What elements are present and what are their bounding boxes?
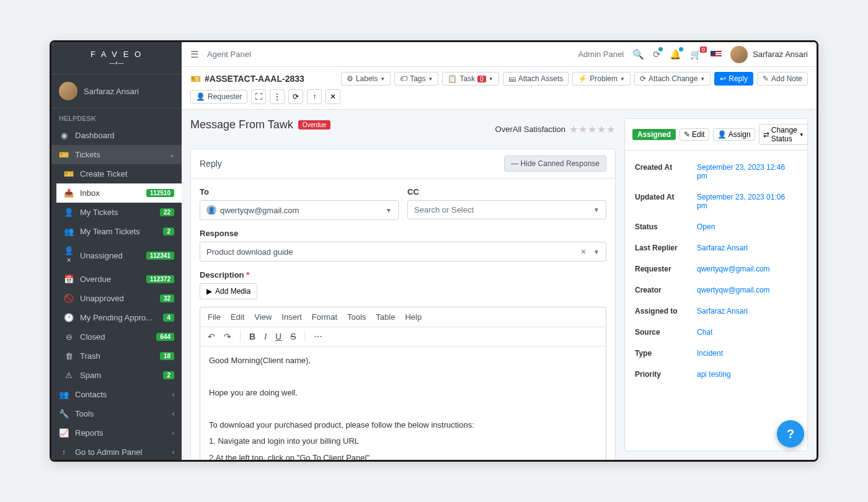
- editor-menu-insert[interactable]: Insert: [281, 312, 302, 322]
- cart-icon[interactable]: 🛒0: [690, 49, 702, 60]
- bold-button[interactable]: B: [249, 332, 255, 341]
- meta-value[interactable]: qwertyqw@gmail.com: [697, 265, 797, 273]
- up-icon[interactable]: ↑: [307, 89, 322, 104]
- clear-icon[interactable]: ×: [581, 247, 586, 257]
- editor-menu-tools[interactable]: Tools: [347, 312, 366, 322]
- meta-value[interactable]: September 23, 2023 01:06 pm: [697, 193, 797, 210]
- sidebar-user-name: Sarfaraz Ansari: [84, 87, 139, 96]
- editor-line: [209, 370, 597, 384]
- tags-button[interactable]: 🏷Tags▼: [394, 72, 438, 86]
- redo-icon[interactable]: ↷: [224, 332, 231, 341]
- sidebar-item-reports[interactable]: 📈Reports‹: [51, 423, 182, 443]
- stars-icon[interactable]: ★★★★★: [569, 123, 616, 135]
- cc-placeholder: Search or Select: [414, 205, 474, 214]
- meta-key: Updated At: [635, 193, 697, 210]
- refresh-icon[interactable]: ⟳: [653, 49, 661, 60]
- count-badge: 2: [163, 371, 174, 379]
- chevron-left-icon: ‹: [172, 449, 174, 456]
- edit-button[interactable]: ✎ Edit: [680, 128, 709, 141]
- meta-value[interactable]: qwertyqw@gmail.com: [697, 286, 797, 294]
- sidebar-item-label: Tickets: [75, 150, 163, 159]
- sidebar-user[interactable]: Sarfaraz Ansari: [51, 74, 182, 108]
- bell-icon[interactable]: 🔔: [670, 49, 681, 60]
- to-field[interactable]: 👤 qwertyqw@gmail.com ▼: [200, 200, 399, 220]
- change-status-button[interactable]: ⇄ Change Status ▼: [759, 124, 808, 145]
- meta-row: TypeIncident: [635, 343, 797, 364]
- more-icon[interactable]: ⋯: [314, 332, 322, 341]
- expand-icon[interactable]: ⛶: [251, 89, 266, 104]
- count-badge: 2: [163, 227, 174, 236]
- agent-panel-link[interactable]: Agent Panel: [207, 50, 251, 59]
- sidebar-item-closed[interactable]: ⊖Closed644: [56, 327, 182, 346]
- sidebar-item-dashboard[interactable]: ◉ Dashboard: [51, 126, 182, 145]
- attach-change-button[interactable]: ⟳Attach Change▼: [634, 72, 711, 86]
- sidebar-item-create-ticket[interactable]: 🎫Create Ticket: [56, 164, 182, 183]
- more-icon[interactable]: ⋮: [270, 89, 285, 104]
- underline-button[interactable]: U: [275, 332, 281, 341]
- meta-value[interactable]: api testing: [697, 370, 797, 379]
- flag-icon[interactable]: [711, 51, 722, 58]
- meta-value[interactable]: Sarfaraz Ansari: [697, 307, 797, 315]
- editor-menu-view[interactable]: View: [254, 312, 272, 322]
- ticket-id: 🎫 #ASSETACT-AAAL-2833: [190, 74, 304, 84]
- sidebar-item-label: My Team Tickets: [80, 227, 157, 236]
- search-icon[interactable]: 🔍: [632, 49, 644, 60]
- labels-button[interactable]: ⚙Labels▼: [341, 72, 391, 86]
- sidebar-item-my-team-tickets[interactable]: 👥My Team Tickets2: [56, 222, 182, 241]
- sidebar-item-inbox[interactable]: 📥Inbox112510: [56, 183, 182, 203]
- meta-row: Creatorqwertyqw@gmail.com: [635, 280, 797, 301]
- sidebar-item-unassigned[interactable]: 👤×Unassigned112341: [56, 241, 182, 270]
- task-button[interactable]: 📋Task0▼: [442, 72, 498, 86]
- close-icon[interactable]: ✕: [326, 89, 340, 104]
- meta-value[interactable]: Chat: [697, 328, 797, 337]
- editor-menu-help[interactable]: Help: [405, 312, 422, 322]
- meta-value[interactable]: September 23, 2023 12:46 pm: [697, 163, 797, 180]
- admin-panel-link[interactable]: Admin Panel: [578, 50, 624, 59]
- sidebar-item-tickets[interactable]: 🎫 Tickets ⌄: [51, 145, 182, 164]
- sidebar-item-label: Trash: [80, 351, 154, 361]
- avatar: [59, 82, 78, 100]
- sidebar-item-unapproved[interactable]: 🚫Unapproved32: [56, 289, 182, 308]
- italic-button[interactable]: I: [264, 332, 267, 341]
- menu-toggle-icon[interactable]: ☰: [190, 49, 198, 60]
- undo-icon[interactable]: ↶: [208, 332, 215, 341]
- problem-button[interactable]: ⚡Problem▼: [572, 72, 631, 86]
- topbar-user[interactable]: Sarfaraz Ansari: [730, 46, 808, 63]
- meta-row: StatusOpen: [635, 216, 797, 237]
- editor-menu-edit[interactable]: Edit: [231, 312, 244, 322]
- icon: 📅: [64, 275, 74, 284]
- sidebar-item-tools[interactable]: 🔧Tools‹: [51, 404, 182, 423]
- editor-body[interactable]: Good Morning(Client name), Hope you are …: [200, 346, 606, 460]
- sidebar-item-label: Spam: [80, 371, 157, 380]
- meta-row: Created AtSeptember 23, 2023 12:46 pm: [635, 157, 797, 187]
- satisfaction: OverAll Satisfaction ★★★★★: [495, 123, 616, 135]
- sidebar-item-spam[interactable]: ⚠Spam2: [56, 366, 182, 385]
- reply-button[interactable]: ↩Reply: [714, 72, 753, 86]
- editor-menu-format[interactable]: Format: [312, 312, 337, 322]
- response-field[interactable]: Product download guide × ▼: [200, 242, 606, 262]
- meta-value[interactable]: Sarfaraz Ansari: [697, 244, 797, 252]
- meta-key: Priority: [635, 370, 697, 379]
- sidebar-item-my-tickets[interactable]: 👤My Tickets22: [56, 203, 182, 222]
- hide-canned-button[interactable]: — Hide Canned Response: [504, 156, 606, 172]
- attach-assets-button[interactable]: 🖴Attach Assets: [503, 72, 569, 86]
- meta-value[interactable]: Incident: [697, 349, 797, 358]
- cc-field[interactable]: Search or Select ▼: [407, 200, 606, 219]
- editor-menu-table[interactable]: Table: [376, 312, 395, 322]
- requester-button[interactable]: 👤Requester: [190, 90, 247, 103]
- refresh-icon[interactable]: ⟳: [288, 89, 303, 104]
- strike-button[interactable]: S: [290, 332, 296, 341]
- editor-menu-file[interactable]: File: [208, 312, 221, 322]
- add-media-button[interactable]: ▶ Add Media: [200, 283, 257, 299]
- sidebar-item-my-pending-appro-[interactable]: 🕐My Pending Appro...4: [56, 308, 182, 327]
- meta-row: Last ReplierSarfaraz Ansari: [635, 237, 797, 258]
- help-fab[interactable]: ?: [777, 420, 804, 447]
- sidebar-item-trash[interactable]: 🗑Trash18: [56, 346, 182, 366]
- sidebar-item-overdue[interactable]: 📅Overdue112372: [56, 270, 182, 289]
- meta-value[interactable]: Open: [697, 222, 797, 231]
- assign-button[interactable]: 👤 Assign: [713, 128, 755, 141]
- sidebar-item-go-to-admin-panel[interactable]: ↑Go to Admin Panel‹: [51, 443, 182, 462]
- sidebar-item-contacts[interactable]: 👥Contacts‹: [51, 385, 182, 404]
- icon: 👤×: [64, 246, 74, 265]
- add-note-button[interactable]: ✎Add Note: [757, 72, 808, 86]
